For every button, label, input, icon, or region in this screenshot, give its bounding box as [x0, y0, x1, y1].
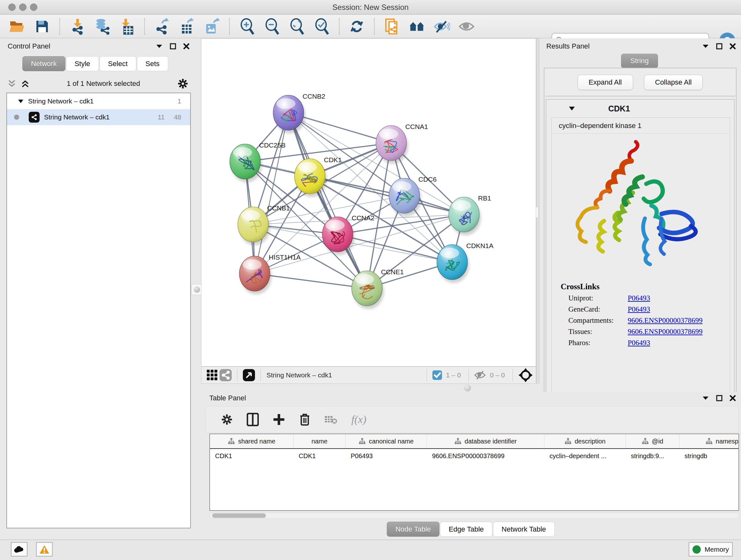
apply-layout-icon[interactable]	[348, 18, 365, 35]
clone-network-icon[interactable]	[384, 18, 400, 35]
panel-float-icon[interactable]	[716, 43, 723, 50]
bottom-splitter-handle[interactable]	[464, 384, 471, 391]
tab-edge-table[interactable]: Edge Table	[440, 522, 492, 537]
column-header-canonical-name[interactable]: canonical name	[346, 434, 427, 448]
column-header-database-identifier[interactable]: database identifier	[427, 434, 544, 448]
crosslink-link[interactable]: 9606.ENSP00000378699	[628, 327, 703, 336]
column-header-shared-name[interactable]: shared name	[210, 434, 293, 448]
string-home-icon[interactable]	[408, 18, 425, 35]
delete-column-icon[interactable]	[299, 413, 311, 426]
delete-table-icon[interactable]	[325, 415, 337, 424]
node-table-body: CDK1CDK1P064939606.ENSP00000378699cyclin…	[210, 449, 738, 463]
node-CCNA2[interactable]	[322, 217, 354, 255]
save-session-icon[interactable]	[34, 18, 51, 35]
column-header-namespace[interactable]: namespace	[679, 434, 739, 448]
tab-style[interactable]: Style	[66, 56, 99, 71]
tab-sets[interactable]: Sets	[137, 56, 168, 71]
cloud-button[interactable]	[11, 542, 27, 557]
panel-collapse-icon[interactable]	[702, 44, 709, 49]
function-builder-icon[interactable]: f(x)	[351, 414, 366, 426]
panel-close-icon[interactable]	[183, 43, 190, 50]
edge-CDK1-RB1[interactable]	[310, 176, 464, 214]
table-hscrollbar[interactable]	[209, 513, 739, 518]
export-network-icon[interactable]	[154, 18, 171, 35]
node-CDKN1A[interactable]	[437, 245, 469, 283]
string-gray-icon[interactable]	[219, 367, 232, 383]
panel-collapse-icon[interactable]	[156, 44, 163, 49]
node-CCNB1[interactable]	[238, 207, 270, 245]
show-columns-icon[interactable]	[247, 413, 259, 426]
fit-content-crosshair-icon[interactable]	[517, 367, 534, 383]
import-network-icon[interactable]	[69, 18, 85, 35]
expand-all-icon[interactable]	[21, 79, 29, 88]
panel-float-icon[interactable]	[716, 395, 723, 401]
node-CCNB2[interactable]	[273, 95, 306, 133]
crosslink-link[interactable]: 9606.ENSP00000378699	[628, 316, 703, 325]
crosslink-link[interactable]: P06493	[628, 294, 650, 302]
selected-checkbox-icon[interactable]	[431, 367, 443, 383]
node-CCNA1[interactable]	[376, 125, 408, 164]
network-row[interactable]: String Network – cdk1 11 48	[7, 109, 190, 125]
tab-node-table[interactable]: Node Table	[387, 522, 440, 537]
tree-expand-icon[interactable]	[18, 99, 23, 104]
import-table-icon[interactable]	[119, 18, 135, 35]
network-canvas[interactable]: CCNB2CCNA1CDC25BCDK1CDC6RB1CCNB1CCNA2CDK…	[201, 38, 536, 367]
zoom-in-icon[interactable]	[239, 18, 255, 35]
column-header-label: shared name	[238, 438, 275, 445]
column-header--id[interactable]: @id	[626, 434, 679, 448]
edge-CCNB2-HIST1H1A[interactable]	[255, 113, 288, 273]
export-image-icon[interactable]	[204, 18, 220, 35]
zoom-selected-icon[interactable]	[313, 18, 330, 35]
table-options-gear-icon[interactable]	[221, 414, 232, 425]
network-options-gear-icon[interactable]	[178, 78, 188, 89]
open-session-icon[interactable]	[9, 18, 25, 35]
panel-close-icon[interactable]	[730, 43, 736, 50]
node-CDC25B[interactable]	[230, 144, 262, 182]
column-header-name[interactable]: name	[293, 434, 346, 448]
tab-string[interactable]: String	[621, 54, 658, 68]
crosslink-link[interactable]: P06493	[628, 339, 650, 347]
memory-button[interactable]: Memory	[689, 542, 733, 557]
node-CCNE1[interactable]	[352, 271, 384, 309]
string-eye-icon[interactable]	[458, 18, 475, 35]
add-column-icon[interactable]	[273, 414, 285, 426]
zoom-out-icon[interactable]	[264, 18, 280, 35]
string-network-graph[interactable]: CCNB2CCNA1CDC25BCDK1CDC6RB1CCNB1CCNA2CDK…	[201, 39, 536, 366]
right-splitter[interactable]	[536, 38, 539, 384]
left-splitter[interactable]	[194, 38, 201, 384]
network-selection-status: 1 of 1 Network selected	[29, 79, 178, 88]
panel-close-icon[interactable]	[730, 395, 736, 401]
open-in-window-icon[interactable]	[242, 367, 256, 383]
zoom-fit-icon[interactable]	[288, 18, 305, 35]
tab-network[interactable]: Network	[22, 56, 65, 71]
crosslink-label: Compartments:	[568, 316, 628, 325]
network-view-title: String Network – cdk1	[266, 371, 332, 379]
tab-network-table[interactable]: Network Table	[493, 522, 555, 537]
network-collection-row[interactable]: String Network – cdk1 1	[7, 93, 190, 109]
export-table-icon[interactable]	[179, 18, 195, 35]
collapse-all-icon[interactable]	[8, 79, 16, 88]
column-header-label: canonical name	[369, 438, 414, 445]
import-network-database-icon[interactable]	[94, 18, 111, 35]
string-eye-off-icon[interactable]	[433, 18, 450, 35]
warnings-button[interactable]	[36, 542, 53, 557]
table-row[interactable]: CDK1CDK1P064939606.ENSP00000378699cyclin…	[210, 449, 738, 463]
node-CDC6[interactable]	[389, 178, 421, 216]
panel-collapse-icon[interactable]	[702, 396, 709, 400]
column-header-description[interactable]: description	[544, 434, 626, 448]
crosslink-link[interactable]: P06493	[628, 305, 650, 314]
expand-all-button[interactable]: Expand All	[578, 75, 633, 90]
hidden-eye-icon[interactable]	[473, 367, 487, 383]
panel-float-icon[interactable]	[170, 43, 176, 50]
gene-collapse-icon[interactable]	[569, 106, 575, 111]
node-RB1[interactable]	[449, 197, 481, 235]
edge-CCNB2-CCNE1[interactable]	[288, 113, 367, 288]
collapse-all-button[interactable]: Collapse All	[644, 75, 703, 90]
node-label-CCNA1: CCNA1	[405, 123, 428, 130]
tab-select[interactable]: Select	[99, 56, 136, 71]
node-CDK1[interactable]	[294, 159, 327, 197]
left-splitter-handle[interactable]	[192, 284, 202, 295]
column-header-label: database identifier	[465, 438, 517, 445]
node-table: shared namenamecanonical namedatabase id…	[209, 434, 739, 511]
birdseye-grid-icon[interactable]	[206, 367, 219, 383]
